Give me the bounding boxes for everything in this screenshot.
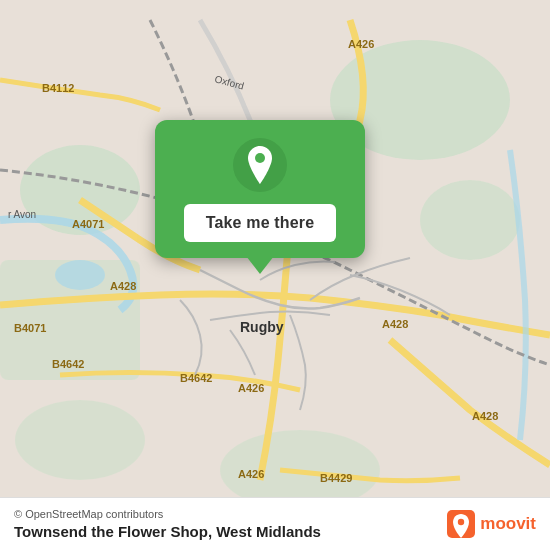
- map-background: B4112 A4071 A428 A428 A428 B4642 B4642 A…: [0, 0, 550, 550]
- take-me-there-button[interactable]: Take me there: [184, 204, 337, 242]
- svg-text:A426: A426: [238, 382, 264, 394]
- svg-text:B4071: B4071: [14, 322, 46, 334]
- svg-text:B4642: B4642: [180, 372, 212, 384]
- svg-point-6: [15, 400, 145, 480]
- svg-text:A428: A428: [472, 410, 498, 422]
- svg-text:r Avon: r Avon: [8, 209, 36, 220]
- svg-text:B4429: B4429: [320, 472, 352, 484]
- bottom-bar: © OpenStreetMap contributors Townsend th…: [0, 497, 550, 550]
- svg-point-26: [458, 519, 464, 525]
- bottom-left-info: © OpenStreetMap contributors Townsend th…: [14, 508, 321, 540]
- svg-point-7: [55, 260, 105, 290]
- svg-text:A426: A426: [238, 468, 264, 480]
- moovit-icon: [447, 510, 475, 538]
- svg-point-24: [255, 153, 265, 163]
- svg-text:B4112: B4112: [42, 82, 74, 94]
- location-name: Townsend the Flower Shop, West Midlands: [14, 523, 321, 540]
- svg-text:A428: A428: [110, 280, 136, 292]
- svg-text:Rugby: Rugby: [240, 319, 284, 335]
- location-pin-icon-wrapper: [233, 138, 287, 192]
- moovit-logo[interactable]: moovit: [447, 510, 536, 538]
- svg-text:B4642: B4642: [52, 358, 84, 370]
- svg-text:A428: A428: [382, 318, 408, 330]
- map-container: B4112 A4071 A428 A428 A428 B4642 B4642 A…: [0, 0, 550, 550]
- attribution-text: © OpenStreetMap contributors: [14, 508, 321, 520]
- svg-point-4: [420, 180, 520, 260]
- location-pin-icon: [244, 146, 276, 184]
- svg-text:A4071: A4071: [72, 218, 104, 230]
- popup-card: Take me there: [155, 120, 365, 258]
- moovit-text: moovit: [480, 514, 536, 534]
- svg-text:A426: A426: [348, 38, 374, 50]
